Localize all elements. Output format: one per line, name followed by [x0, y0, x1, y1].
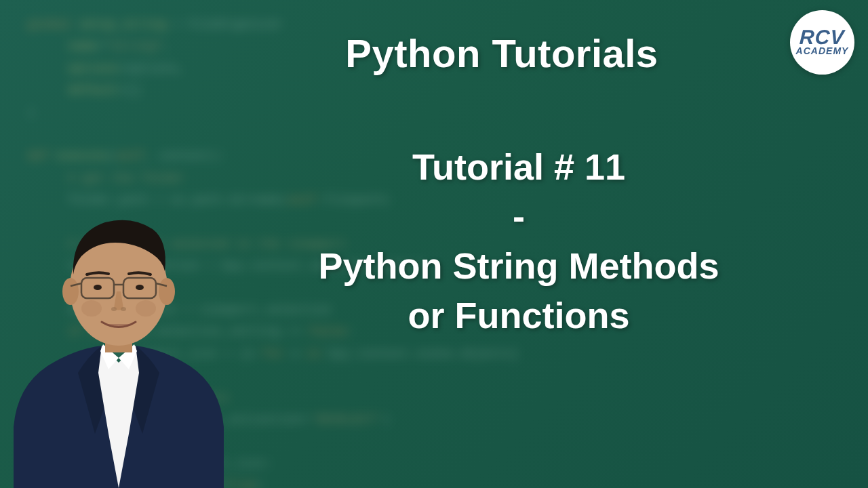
svg-point-14 [136, 300, 156, 317]
svg-point-12 [121, 307, 126, 311]
svg-point-2 [62, 278, 79, 305]
subtitle-line-2: - [217, 192, 821, 241]
brand-logo: RCV ACADEMY [790, 10, 854, 75]
svg-point-9 [94, 285, 102, 290]
presenter-photo [0, 197, 237, 488]
svg-point-11 [111, 307, 117, 311]
logo-main-text: RCV [800, 28, 846, 46]
svg-point-3 [159, 278, 175, 305]
subtitle-block: Tutorial # 11 - Python String Methods or… [217, 142, 821, 340]
svg-point-13 [81, 300, 102, 317]
subtitle-line-1: Tutorial # 11 [217, 142, 821, 192]
main-title-block: Python Tutorials [217, 30, 787, 76]
subtitle-line-4: or Functions [217, 291, 821, 340]
svg-point-10 [136, 285, 144, 290]
slide-title: Python Tutorials [217, 30, 787, 76]
subtitle-line-3: Python String Methods [217, 241, 821, 291]
